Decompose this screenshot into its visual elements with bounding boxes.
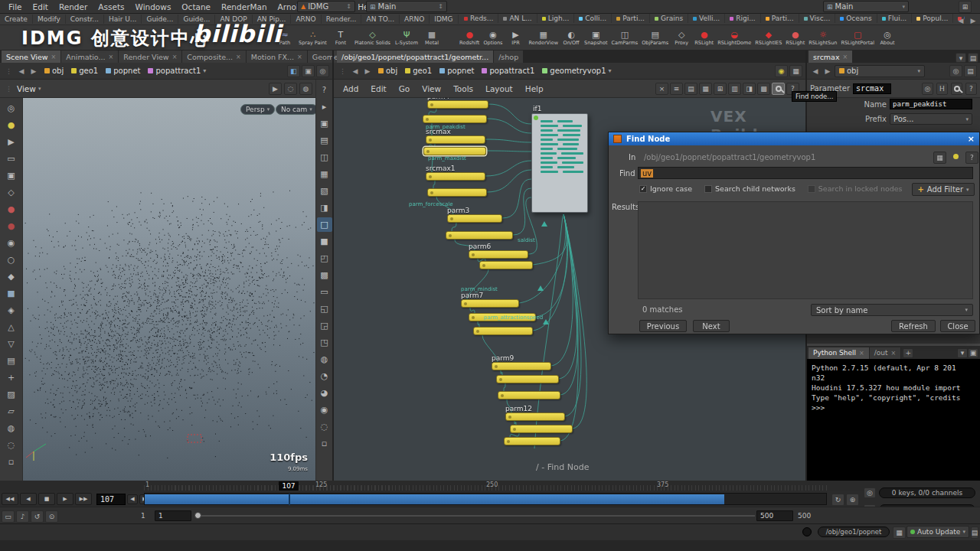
help-icon[interactable]: ? [317, 83, 332, 97]
menu-renderman[interactable]: RenderMan [216, 1, 273, 13]
viewport-tool-icon[interactable]: ◇ [4, 185, 19, 200]
viewport-tool-icon[interactable]: △ [4, 320, 19, 334]
shelf-tool-rslightportal[interactable]: ▢RSLightPortal [839, 30, 876, 47]
net-toolbar-icon[interactable]: ⊞ [714, 83, 727, 95]
playbar-track[interactable] [144, 493, 827, 505]
close-icon[interactable]: × [236, 54, 241, 60]
update-mode-dropdown[interactable]: Auto Update ▾ [906, 526, 969, 538]
pane-tab[interactable]: /obj/geo1/popnet/popattract1/geometr... [337, 51, 494, 63]
desktop-menu-main[interactable]: ⊞ Main ↕ [366, 1, 447, 12]
help-icon[interactable]: ? [965, 83, 977, 95]
shelf-tab[interactable]: Flui... [877, 14, 912, 23]
vop-node[interactable] [510, 425, 573, 433]
path-item-popattract1[interactable]: popattract1▾ [144, 66, 210, 76]
pane-tab[interactable]: Render View× [119, 51, 182, 63]
net-toolbar-icon[interactable]: ◨ [743, 83, 756, 95]
close-icon[interactable]: × [891, 350, 897, 357]
vop-node[interactable] [423, 147, 486, 155]
close-icon[interactable]: × [109, 54, 114, 60]
vop-node-parm4[interactable] [427, 100, 488, 109]
shelf-tab[interactable]: Rigi... [725, 14, 761, 23]
results-list[interactable] [638, 201, 973, 299]
viewport-tool-icon[interactable]: ▭ [4, 152, 19, 166]
shell-tab[interactable]: /out× [870, 347, 901, 359]
shelf-tab[interactable]: AN TO... [361, 15, 400, 24]
shelf-tool-rslightdome[interactable]: ◒RSLightDome [716, 30, 753, 47]
range-slider-track[interactable] [201, 515, 755, 517]
loop-icon[interactable]: ↺ [31, 510, 44, 523]
vop-node[interactable] [473, 327, 533, 335]
display-option-icon[interactable]: ■ [317, 234, 332, 249]
viewport-tool-icon[interactable]: ■ [4, 286, 19, 301]
current-frame-badge[interactable]: 107 [279, 481, 299, 491]
chevron-down-icon[interactable]: ▾ [957, 348, 968, 358]
search-icon[interactable] [951, 83, 962, 95]
shelf-tool-options[interactable]: ◉Options [482, 30, 504, 47]
option-search-child-networks[interactable]: Search child networks [704, 184, 795, 193]
viewport-tool-icon[interactable]: ▤ [4, 354, 19, 368]
pane-menu-icon[interactable]: ▤ [964, 65, 977, 77]
display-option-icon[interactable]: ▸ [317, 99, 332, 114]
shelf-tab[interactable]: IDMG [430, 15, 458, 24]
vop-node-parm3[interactable] [447, 214, 502, 223]
vop-node-parm9[interactable] [492, 362, 551, 370]
shelf-tab[interactable]: ARNO [291, 15, 321, 24]
path-item-obj[interactable]: obj [41, 66, 67, 76]
menu-windows[interactable]: Windows [129, 1, 176, 13]
back-icon[interactable]: ◀ [350, 65, 361, 77]
forward-icon[interactable]: ▶ [28, 65, 39, 77]
shelf-tab[interactable]: Parti... [761, 14, 799, 23]
viewport-tool-icon[interactable]: ◈ [4, 303, 19, 318]
pane-tab[interactable]: srcmax× [808, 51, 853, 63]
follow-icon[interactable]: ⊙ [45, 510, 58, 523]
pin-icon[interactable]: ◎ [949, 65, 962, 77]
menu-octane[interactable]: Octane [176, 1, 216, 13]
net-menu-tools[interactable]: Tools [447, 84, 479, 93]
brush-mode-icon[interactable]: ◍ [299, 83, 312, 95]
menu-render[interactable]: Render [54, 1, 93, 13]
display-option-icon[interactable]: ◫ [317, 150, 332, 165]
shelf-tool-font[interactable]: TFont [330, 30, 351, 47]
close-icon[interactable]: × [297, 54, 302, 60]
shelf-tab[interactable]: Create [0, 15, 33, 24]
shelf-tab[interactable]: ARNO [400, 15, 430, 24]
display-option-icon[interactable]: ▩ [317, 268, 332, 282]
viewport-tool-icon[interactable]: ▣ [4, 168, 19, 183]
name-field[interactable]: parm_peakdist [890, 99, 972, 109]
net-menu-go[interactable]: Go [393, 84, 416, 93]
step-back-button[interactable]: ◀ [127, 494, 138, 504]
viewport-tool-icon[interactable]: ● [4, 118, 19, 132]
jump-end-button[interactable]: ▶▶ [75, 493, 92, 505]
next-button[interactable]: Next [693, 320, 730, 332]
find-node-icon[interactable] [772, 83, 785, 95]
shelf-tool-spray-paint[interactable]: ∴Spray Paint [297, 30, 328, 47]
viewport-tool-icon[interactable]: ▨ [4, 387, 19, 402]
range-start-field[interactable]: 1 [155, 510, 191, 521]
pane-grip[interactable]: ⋮ [3, 85, 15, 93]
net-menu-help[interactable]: Help [519, 84, 550, 93]
viewport-tool-icon[interactable]: + [4, 370, 19, 385]
viewport-tool-icon[interactable]: ◉ [4, 236, 19, 250]
back-icon[interactable]: ◀ [810, 65, 821, 77]
shelf-tool-snapshot[interactable]: ▣Snapshot [583, 30, 609, 47]
shelf-tab[interactable]: Hair U... [104, 15, 142, 24]
back-icon[interactable]: ◀ [16, 65, 27, 77]
shelf-tab[interactable]: AN L... [498, 14, 537, 23]
viewport-tool-icon[interactable]: ◍ [4, 421, 19, 435]
path-item-geo1[interactable]: geo1 [67, 66, 102, 76]
close-icon[interactable]: × [172, 54, 178, 60]
vop-node[interactable] [496, 375, 559, 383]
shelf-tool-camparms[interactable]: ◫CamParms [609, 30, 639, 47]
display-option-icon[interactable]: ▤ [317, 133, 332, 148]
shelf-tab[interactable]: Constr... [66, 15, 104, 24]
pin-icon[interactable]: ◧ [287, 65, 300, 77]
jump-start-button[interactable]: ◀◀ [2, 493, 18, 505]
viewport-tool-icon[interactable]: ◎ [4, 101, 19, 116]
vop-node-srcmax1[interactable] [426, 172, 485, 181]
pane-tab[interactable]: /shop [494, 51, 524, 63]
desktop-grid-icon[interactable]: ⊞ [959, 1, 972, 13]
display-option-icon[interactable]: ◉ [317, 403, 332, 417]
close-icon[interactable]: × [843, 54, 848, 60]
path-item-popnet[interactable]: popnet [436, 66, 478, 76]
path-item-obj[interactable]: obj [374, 66, 401, 76]
